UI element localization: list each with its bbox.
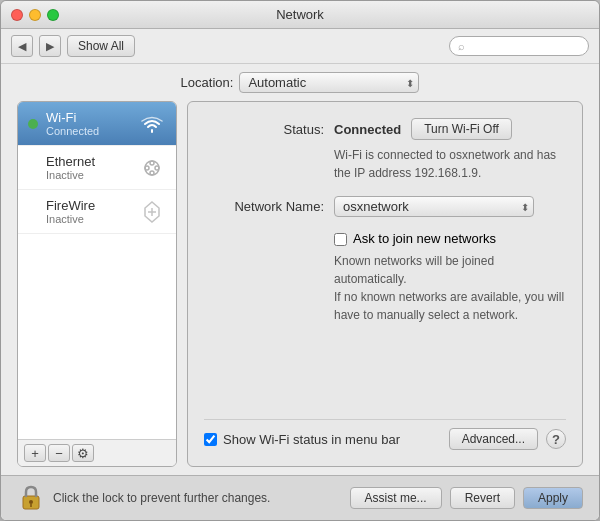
network-name-select-wrapper: osxnetwork <box>334 196 534 217</box>
show-wifi-checkbox[interactable] <box>204 433 217 446</box>
sidebar: Wi-Fi Connected <box>17 101 177 467</box>
panel-bottom-bar: Show Wi-Fi status in menu bar Advanced..… <box>204 419 566 450</box>
location-bar: Location: Automatic <box>1 64 599 101</box>
turn-wifi-off-button[interactable]: Turn Wi-Fi Off <box>411 118 512 140</box>
back-button[interactable]: ◀ <box>11 35 33 57</box>
assist-me-button[interactable]: Assist me... <box>350 487 442 509</box>
sidebar-toolbar: + − ⚙ <box>18 439 176 466</box>
ask-join-description: Known networks will be joined automatica… <box>334 252 566 324</box>
sidebar-item-wifi-name: Wi-Fi <box>46 110 130 125</box>
remove-network-button[interactable]: − <box>48 444 70 462</box>
sidebar-item-firewire-status: Inactive <box>46 213 130 225</box>
svg-point-2 <box>155 166 159 170</box>
sidebar-item-ethernet-name: Ethernet <box>46 154 130 169</box>
close-button[interactable] <box>11 9 23 21</box>
lock-text: Click the lock to prevent further change… <box>53 491 270 505</box>
location-label: Location: <box>181 75 234 90</box>
inactive-spacer <box>28 163 38 173</box>
forward-button[interactable]: ▶ <box>39 35 61 57</box>
network-name-select[interactable]: osxnetwork <box>334 196 534 217</box>
status-row: Status: Connected Turn Wi-Fi Off <box>204 118 566 140</box>
apply-button[interactable]: Apply <box>523 487 583 509</box>
show-all-button[interactable]: Show All <box>67 35 135 57</box>
lock-icon[interactable] <box>17 484 45 512</box>
svg-point-4 <box>150 171 154 175</box>
main-content: Wi-Fi Connected <box>1 101 599 475</box>
wifi-icon <box>138 112 166 136</box>
ask-join-row: Ask to join new networks <box>334 231 566 246</box>
sidebar-item-ethernet-status: Inactive <box>46 169 130 181</box>
maximize-button[interactable] <box>47 9 59 21</box>
sidebar-item-wifi-text: Wi-Fi Connected <box>46 110 130 137</box>
traffic-lights <box>11 9 59 21</box>
sidebar-items: Wi-Fi Connected <box>18 102 176 439</box>
search-icon: ⌕ <box>458 40 465 52</box>
toolbar: ◀ ▶ Show All ⌕ <box>1 29 599 64</box>
svg-point-9 <box>29 500 33 504</box>
sidebar-item-firewire[interactable]: FireWire Inactive <box>18 190 176 234</box>
status-label: Status: <box>204 122 324 137</box>
sidebar-item-ethernet[interactable]: Ethernet Inactive <box>18 146 176 190</box>
sidebar-item-firewire-text: FireWire Inactive <box>46 198 130 225</box>
revert-button[interactable]: Revert <box>450 487 515 509</box>
help-button[interactable]: ? <box>546 429 566 449</box>
sidebar-item-firewire-name: FireWire <box>46 198 130 213</box>
ask-join-checkbox[interactable] <box>334 233 347 246</box>
location-select-wrapper: Automatic <box>239 72 419 93</box>
network-name-row: Network Name: osxnetwork <box>204 196 566 217</box>
firewire-icon <box>138 200 166 224</box>
right-panel: Status: Connected Turn Wi-Fi Off Wi-Fi i… <box>187 101 583 467</box>
add-network-button[interactable]: + <box>24 444 46 462</box>
settings-button[interactable]: ⚙ <box>72 444 94 462</box>
inactive-spacer2 <box>28 207 38 217</box>
bottom-buttons: Assist me... Revert Apply <box>350 487 583 509</box>
window-bottom-bar: Click the lock to prevent further change… <box>1 475 599 520</box>
panel-spacer <box>204 338 566 419</box>
ethernet-icon <box>138 156 166 180</box>
show-wifi-row: Show Wi-Fi status in menu bar <box>204 432 441 447</box>
connected-indicator <box>28 119 38 129</box>
status-description: Wi-Fi is connected to osxnetwork and has… <box>334 146 566 182</box>
ask-join-label[interactable]: Ask to join new networks <box>353 231 496 246</box>
titlebar: Network <box>1 1 599 29</box>
sidebar-item-wifi-status: Connected <box>46 125 130 137</box>
network-name-label: Network Name: <box>204 199 324 214</box>
status-value: Connected <box>334 122 401 137</box>
svg-point-1 <box>145 166 149 170</box>
lock-area: Click the lock to prevent further change… <box>17 484 342 512</box>
sidebar-item-wifi[interactable]: Wi-Fi Connected <box>18 102 176 146</box>
location-select[interactable]: Automatic <box>239 72 419 93</box>
network-preferences-window: Network ◀ ▶ Show All ⌕ Location: Automat… <box>0 0 600 521</box>
svg-point-0 <box>145 161 159 175</box>
minimize-button[interactable] <box>29 9 41 21</box>
search-box[interactable]: ⌕ <box>449 36 589 56</box>
advanced-button[interactable]: Advanced... <box>449 428 538 450</box>
window-title: Network <box>276 7 324 22</box>
sidebar-item-ethernet-text: Ethernet Inactive <box>46 154 130 181</box>
show-wifi-label[interactable]: Show Wi-Fi status in menu bar <box>223 432 400 447</box>
svg-point-3 <box>150 161 154 165</box>
